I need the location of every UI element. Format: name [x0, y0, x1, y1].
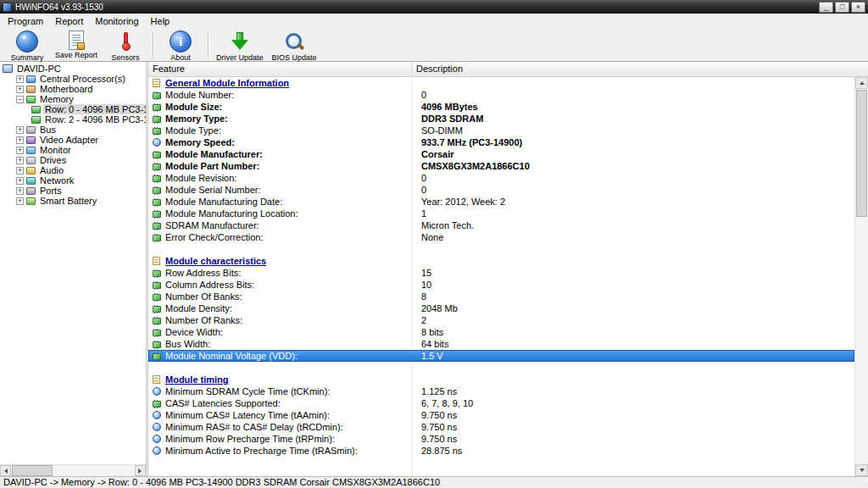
feature-row[interactable]: Module Manufacturing Date:Year: 2012, We…	[148, 196, 854, 208]
tree-item-smart-battery[interactable]: +Smart Battery	[0, 196, 146, 206]
feature-row[interactable]: Memory Speed:933.7 MHz (PC3-14900)	[148, 136, 854, 148]
minimize-button[interactable]: _	[819, 2, 833, 13]
summary-button[interactable]: Summary	[3, 30, 51, 62]
feature-row[interactable]: Module Size:4096 MBytes	[148, 101, 854, 113]
feature-row[interactable]: Module Part Number:CMSX8GX3M2A1866C10	[148, 160, 854, 172]
tree-item-motherboard[interactable]: +Motherboard	[0, 84, 146, 94]
expand-icon[interactable]: +	[16, 136, 24, 144]
feature-row[interactable]: Minimum SDRAM Cycle Time (tCKmin):1.125 …	[148, 385, 854, 397]
memory-icon	[26, 96, 36, 103]
feature-row[interactable]: Column Address Bits:10	[148, 279, 854, 291]
cpu-icon	[26, 75, 36, 83]
tree-item-bus[interactable]: +Bus	[0, 125, 146, 135]
status-bar: DAVID-PC -> Memory -> Row: 0 - 4096 MB P…	[0, 476, 868, 488]
feature-row[interactable]: Module Number:0	[148, 89, 854, 101]
feature-name: Minimum Active to Precharge Time (tRASmi…	[165, 445, 358, 457]
tree-item-drives[interactable]: +Drives	[0, 155, 146, 165]
feature-row[interactable]: Module Manufacturing Location:1	[148, 208, 854, 219]
feature-value: 0	[421, 184, 426, 196]
column-header-feature[interactable]: Feature	[148, 62, 412, 76]
scroll-up-button[interactable]	[855, 77, 868, 89]
audio-icon	[26, 167, 36, 175]
feature-row[interactable]: Module Type:SO-DIMM	[148, 125, 854, 136]
tree-horizontal-scrollbar[interactable]	[0, 464, 146, 476]
save-report-label: Save Report	[55, 51, 97, 59]
about-button[interactable]: About	[157, 30, 204, 62]
driver-update-button[interactable]: Driver Update	[212, 30, 268, 62]
window-title: HWiNFO64 v3.93-1530	[15, 3, 103, 12]
feature-row[interactable]: Module Nominal Voltage (VDD):1.5 V	[148, 350, 854, 362]
save-report-button[interactable]: Save Report	[51, 30, 102, 59]
scroll-down-button[interactable]	[855, 464, 868, 476]
feature-name: Module Manufacturer:	[165, 148, 263, 160]
vertical-scrollbar[interactable]	[854, 77, 868, 476]
feature-value: 15	[421, 267, 431, 279]
feature-row[interactable]: Row Address Bits:15	[148, 267, 854, 279]
tree-item-row-0-4096-mb-pc3-14[interactable]: Row: 0 - 4096 MB PC3-14	[0, 104, 146, 114]
feature-row[interactable]: Module Density:2048 Mb	[148, 302, 854, 314]
tree-item-memory[interactable]: −Memory	[0, 94, 146, 104]
expand-icon[interactable]: +	[16, 147, 24, 154]
feature-row[interactable]: SDRAM Manufacturer:Micron Tech.	[148, 219, 854, 231]
summary-icon	[16, 30, 38, 53]
expand-icon[interactable]: +	[16, 197, 24, 205]
tree-item-audio[interactable]: +Audio	[0, 165, 146, 175]
feature-name: Module Type:	[165, 125, 221, 136]
section-row[interactable]: Module characteristics	[148, 255, 854, 267]
chip-icon	[153, 211, 161, 218]
feature-row[interactable]: Module Serial Number:0	[148, 184, 854, 196]
collapse-icon[interactable]: −	[16, 96, 24, 103]
board-icon	[26, 86, 36, 93]
close-button[interactable]: ×	[851, 2, 865, 13]
menu-item-help[interactable]: Help	[145, 15, 176, 27]
feature-row[interactable]: Minimum CAS# Latency Time (tAAmin):9.750…	[148, 409, 854, 421]
section-row[interactable]: General Module Information	[148, 77, 854, 89]
expand-icon[interactable]: +	[16, 86, 24, 93]
feature-row[interactable]: Module Manufacturer:Corsair	[148, 148, 854, 160]
expand-icon[interactable]: +	[16, 187, 24, 195]
titlebar: HWiNFO64 v3.93-1530 _ □ ×	[0, 0, 868, 14]
scroll-right-button[interactable]	[135, 465, 146, 476]
tree-item-monitor[interactable]: +Monitor	[0, 145, 146, 155]
tree-item-row-2-4096-mb-pc3-14[interactable]: Row: 2 - 4096 MB PC3-14	[0, 114, 146, 125]
chip-icon	[153, 282, 161, 289]
feature-name: Module Density:	[165, 302, 232, 314]
feature-row[interactable]: Number Of Ranks:2	[148, 314, 854, 326]
feature-row[interactable]: Bus Width:64 bits	[148, 338, 854, 350]
sensors-button[interactable]: Sensors	[102, 30, 149, 62]
feature-row[interactable]: Memory Type:DDR3 SDRAM	[148, 113, 854, 125]
tree-item-david-pc[interactable]: DAVID-PC	[0, 64, 146, 74]
feature-row[interactable]: Number Of Banks:8	[148, 291, 854, 302]
menu-item-report[interactable]: Report	[49, 15, 89, 27]
tree-item-network[interactable]: +Network	[0, 175, 146, 186]
expand-icon[interactable]: +	[16, 126, 24, 134]
notes-icon	[153, 257, 160, 265]
feature-row[interactable]: CAS# Latencies Supported:6, 7, 8, 9, 10	[148, 397, 854, 409]
clock-icon	[153, 423, 161, 431]
expand-icon[interactable]: +	[16, 157, 24, 164]
chip-icon	[153, 294, 161, 301]
feature-row[interactable]: Device Width:8 bits	[148, 326, 854, 338]
section-row[interactable]: Module timing	[148, 374, 854, 385]
expand-icon[interactable]: +	[16, 167, 24, 175]
feature-row[interactable]: Minimum Row Precharge Time (tRPmin):9.75…	[148, 433, 854, 445]
scroll-left-button[interactable]	[0, 465, 11, 476]
bios-update-button[interactable]: BIOS Update	[268, 30, 321, 62]
feature-row[interactable]: Minimum RAS# to CAS# Delay (tRCDmin):9.7…	[148, 421, 854, 433]
horizontal-scroll-thumb[interactable]	[12, 465, 53, 476]
maximize-button[interactable]: □	[835, 2, 849, 13]
feature-row[interactable]: Module Revision:0	[148, 172, 854, 184]
menu-item-program[interactable]: Program	[2, 15, 49, 27]
driver-update-label: Driver Update	[216, 53, 264, 62]
tree-item-central-processor-s[interactable]: +Central Processor(s)	[0, 74, 146, 84]
vertical-scroll-thumb[interactable]	[856, 90, 867, 217]
column-header-description[interactable]: Description	[412, 62, 868, 76]
tree-item-ports[interactable]: +Ports	[0, 186, 146, 196]
feature-value: 6, 7, 8, 9, 10	[421, 397, 473, 409]
feature-row[interactable]: Error Check/Correction:None	[148, 231, 854, 243]
expand-icon[interactable]: +	[16, 177, 24, 185]
menu-item-monitoring[interactable]: Monitoring	[89, 15, 144, 27]
expand-icon[interactable]: +	[16, 75, 24, 83]
tree-item-video-adapter[interactable]: +Video Adapter	[0, 135, 146, 145]
feature-row[interactable]: Minimum Active to Precharge Time (tRASmi…	[148, 445, 854, 457]
